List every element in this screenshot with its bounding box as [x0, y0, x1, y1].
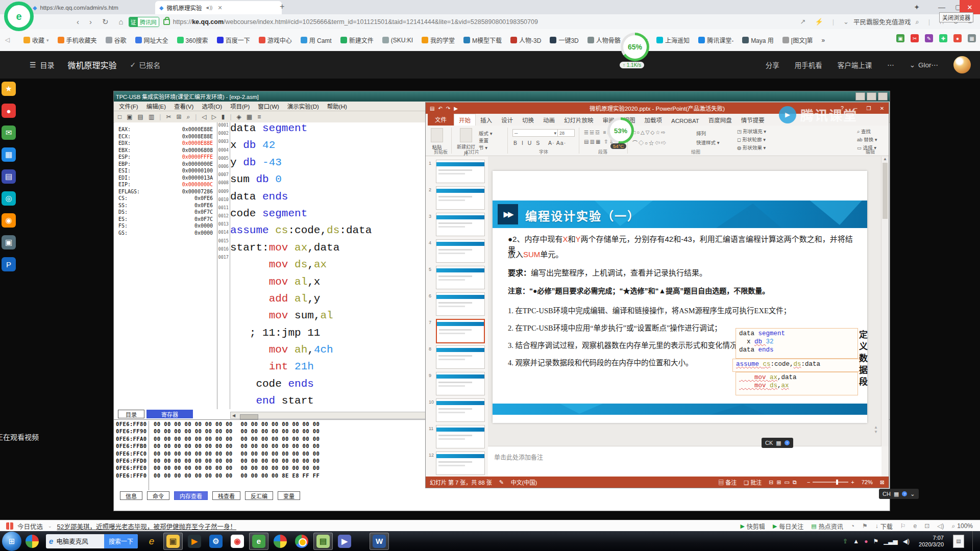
bookmark-item[interactable]: 360搜索 — [177, 36, 208, 44]
font-style-buttons[interactable]: B I U S — [513, 140, 541, 146]
font-name-select[interactable]: ─▾ — [512, 129, 558, 137]
scissors-icon[interactable]: ✂ — [911, 34, 919, 42]
font-extra-buttons[interactable]: A· Aa· — [548, 140, 566, 146]
tab-close-icon[interactable]: ✕ — [217, 5, 222, 11]
notebook-icon[interactable]: ▤ — [2, 169, 16, 184]
notes-pane[interactable]: 单击此处添加备注 — [488, 446, 881, 477]
bookmark-item[interactable]: 人物-3D — [510, 36, 541, 44]
panel-tab-信息[interactable]: 信息 — [120, 491, 142, 500]
signal-icon[interactable]: ▁▃▅ — [884, 538, 898, 545]
tpc-tool-icon[interactable]: □ — [118, 113, 121, 120]
taskbar-clock[interactable]: 7:07 2020/3/20 — [919, 535, 944, 548]
tpc-tool-icon[interactable]: ≡ — [257, 113, 261, 120]
left-panel-tab[interactable]: 目录 — [118, 410, 144, 418]
site-cert-badge[interactable]: 证 腾讯网 — [129, 17, 159, 27]
paragraph-buttons-2[interactable]: ▤▥▦ ⇧⇩ — [584, 139, 615, 144]
ribbon-tab-百度网盘[interactable]: 百度网盘 — [704, 114, 737, 126]
download-icon[interactable]: ↓下载 — [875, 522, 893, 531]
ribbon-tab-幻灯片放映[interactable]: 幻灯片放映 — [559, 114, 598, 126]
tpc-tool-icon[interactable]: ▣ — [127, 113, 132, 120]
tpc-tool-icon[interactable]: ⌕ — [187, 113, 190, 120]
ribbon-tab-情节提要[interactable]: 情节提要 — [737, 114, 769, 126]
bookmark-item[interactable]: » — [821, 37, 825, 44]
taskbar-search-button[interactable]: 搜索一下 — [104, 534, 138, 548]
tpc-tool-icon[interactable]: ▥ — [149, 113, 154, 120]
apps-grid-icon[interactable]: ▦ — [2, 147, 16, 162]
zoom-level[interactable]: ⌕100% — [952, 522, 973, 530]
tpc-menu-item[interactable]: 帮助(H) — [327, 102, 347, 110]
usb-tray-icon[interactable]: ⇪ — [843, 538, 848, 545]
panel-tab-变量[interactable]: 变量 — [278, 491, 300, 500]
bookmark-item[interactable]: 上海遥知 — [656, 36, 690, 44]
mail-icon[interactable]: ✉ — [2, 126, 16, 140]
shape-gallery-2[interactable]: ⌒◇○☆⇦⇨ — [632, 139, 667, 146]
zoom-slider[interactable]: − + — [807, 479, 854, 485]
quick-access-icon[interactable]: ▤ — [430, 106, 434, 111]
tpc-menu-item[interactable]: 演示实验(D) — [287, 102, 319, 110]
home-icon[interactable]: ⌂ — [119, 17, 124, 26]
user-caret-icon[interactable]: ⌄ — [910, 61, 915, 69]
slide-thumbnail[interactable]: 11 — [429, 425, 485, 448]
notes-toggle[interactable]: ▤ 备注 — [718, 478, 737, 486]
tpc-menu-item[interactable]: 编辑(E) — [146, 102, 166, 110]
tpc-close-button[interactable] — [878, 92, 888, 101]
tpc-tool-icon[interactable]: ▦ — [247, 113, 252, 120]
hot-news[interactable]: ▤热点资讯 — [811, 522, 843, 531]
slide-thumbnail[interactable]: 3 — [429, 213, 485, 236]
app-pinwheel[interactable] — [271, 533, 290, 550]
quick-access-icon[interactable]: ▶ — [454, 106, 458, 111]
scroll-arrows[interactable]: ▲▼ — [874, 425, 878, 434]
ribbon-tab-切换[interactable]: 切换 — [518, 114, 538, 126]
bookmark-item[interactable]: 手机收藏夹 — [58, 36, 97, 44]
catalog-button[interactable]: 目录 — [40, 60, 55, 70]
daily-follow[interactable]: ▶每日关注 — [773, 522, 803, 531]
brush-icon[interactable]: ✎ — [925, 34, 933, 42]
new-tab-button[interactable]: + — [280, 2, 284, 11]
panel-tab-命令[interactable]: 命令 — [147, 491, 169, 500]
avatar[interactable] — [953, 56, 971, 73]
tpc-menu-item[interactable]: 项目(P) — [230, 102, 250, 110]
app-360-safe[interactable] — [22, 533, 42, 550]
ie-browser[interactable]: e — [142, 533, 161, 550]
tpc-tool-icon[interactable]: ⊞ — [176, 113, 181, 120]
forward-icon[interactable]: › — [89, 17, 92, 26]
slide-thumbnail[interactable]: 5 — [429, 266, 485, 289]
shape-outline-button[interactable]: ◻ 形状轮廓 ▾ — [737, 136, 766, 143]
url-text[interactable]: https://ke.qq.com/webcourse/index.html#c… — [173, 18, 538, 26]
ppt-quick-access-toolbar[interactable]: ▤↶↷▶ — [426, 106, 458, 111]
view-icon[interactable]: ⧉ — [793, 479, 797, 485]
more-button[interactable]: ⋯ — [887, 61, 894, 69]
sidebar-collapse-icon[interactable]: ◁ — [5, 36, 10, 43]
slide-thumbnail[interactable]: 1 — [429, 160, 485, 183]
bookmark-item[interactable]: [图文]第 — [782, 36, 813, 44]
search-suggestion[interactable]: 平民霸服免充值游戏 — [853, 17, 911, 27]
ribbon-tab-设计[interactable]: 设计 — [497, 114, 518, 126]
bookmark-item[interactable]: 收藏▾ — [23, 36, 49, 44]
bookmark-item[interactable]: 百度一下 — [217, 36, 250, 44]
ribbon-tab-开始[interactable]: 开始 — [454, 114, 476, 126]
panel-tab-栈查看[interactable]: 栈查看 — [212, 491, 240, 500]
watch-on-phone-button[interactable]: 用手机看 — [795, 60, 822, 70]
shield-icon[interactable]: ✚ — [939, 34, 947, 42]
favorites-star-icon[interactable]: ★ — [2, 82, 16, 96]
ime-toolbar-2[interactable]: CH▦?⌄ — [879, 489, 919, 499]
find-button[interactable]: ⌕ 查找 — [857, 128, 871, 135]
tpc-maximize-button[interactable] — [867, 92, 876, 101]
slide-thumbnail[interactable]: 2 — [429, 186, 485, 210]
taskbar-search-box[interactable]: e电脑麦克风搜索一下 — [46, 534, 138, 548]
sticky-notes[interactable]: ▤ — [313, 533, 333, 550]
bookmark-item[interactable]: 一键3D — [550, 36, 578, 44]
daily-picks-label[interactable]: 今日优选 — [17, 521, 43, 531]
left-panel-tab[interactable]: 寄存器 — [146, 410, 193, 418]
news-headline-link[interactable]: 52岁邵美琪，近照曝光老态毕现，被郑伊健抛弃至今孑然一身！ — [57, 521, 236, 531]
tpc-menu-item[interactable]: 选项(O) — [202, 102, 222, 110]
search-icon[interactable]: ⌕ — [915, 18, 919, 26]
word[interactable]: W — [370, 533, 389, 550]
slide-thumbnail[interactable]: 7 — [429, 319, 485, 342]
clock-icon[interactable]: ◔ — [851, 522, 854, 530]
redpacket-icon[interactable]: ● — [2, 104, 16, 118]
ribbon-tab-动画[interactable]: 动画 — [538, 114, 559, 126]
tpc-tool-icon[interactable]: ▷ — [212, 113, 216, 120]
start-button[interactable]: ⊞ — [2, 532, 21, 551]
ribbon-tab-插入[interactable]: 插入 — [476, 114, 497, 126]
